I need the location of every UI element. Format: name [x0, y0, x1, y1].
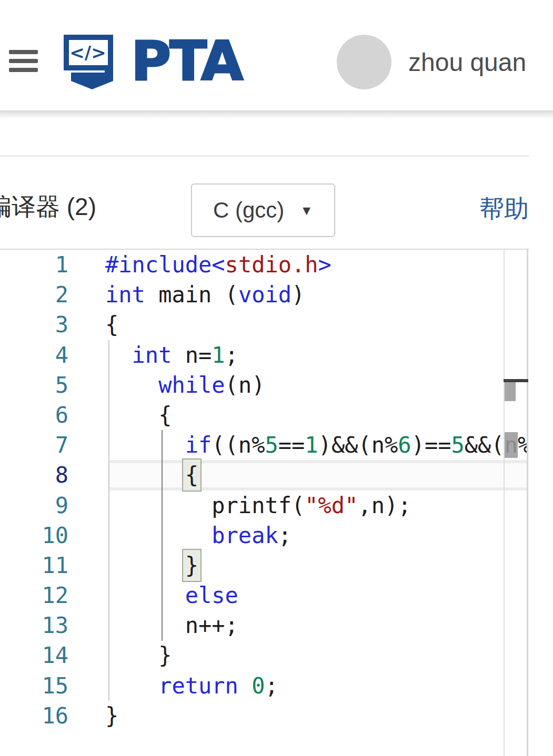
line-number: 9	[0, 491, 68, 520]
text-cursor: n	[505, 432, 518, 458]
code-token: ,n);	[358, 493, 411, 518]
code-line[interactable]: 13 n++;	[0, 610, 527, 640]
code-token: %	[518, 432, 527, 458]
code-token: 5	[265, 432, 278, 458]
scrollbar-thumb[interactable]	[505, 382, 516, 401]
code-token: int	[105, 282, 145, 308]
compiler-label: 编译器 (2)	[0, 191, 96, 223]
code-line[interactable]: 8 {	[0, 460, 527, 490]
code-line[interactable]: 10 break;	[0, 520, 527, 550]
code-token	[105, 553, 185, 578]
code-token	[105, 523, 212, 548]
code-editor[interactable]: 1#include<stdio.h>2int main (void)3{4 in…	[0, 249, 553, 756]
code-rows: 1#include<stdio.h>2int main (void)3{4 in…	[0, 250, 527, 731]
code-token: ;	[265, 673, 278, 699]
code-line[interactable]: 5 while(n)	[0, 370, 527, 400]
code-token: 1	[305, 432, 318, 458]
code-token: ((n%	[212, 432, 265, 458]
app-header: </> PTA zhou quan	[0, 0, 553, 110]
code-token: ;	[278, 523, 291, 548]
pta-logo[interactable]: </> PTA	[63, 35, 242, 89]
panel-divider	[0, 156, 529, 157]
code-token: >	[318, 252, 331, 278]
header-shadow	[0, 110, 553, 119]
avatar[interactable]	[337, 35, 391, 89]
code-token: 5	[451, 432, 465, 458]
caret-down-icon: ▼	[300, 203, 313, 218]
code-text: int main (void)	[105, 280, 305, 310]
code-token: void	[238, 282, 291, 308]
line-number: 12	[0, 580, 68, 610]
code-text: int n=1;	[105, 340, 238, 370]
line-number: 2	[0, 280, 68, 310]
logo-text: PTA	[131, 35, 242, 87]
line-number: 14	[0, 640, 68, 670]
code-token: while	[158, 372, 225, 398]
matched-bracket: }	[183, 550, 200, 581]
code-token: else	[185, 583, 238, 608]
code-token: &&(	[465, 432, 505, 458]
code-line[interactable]: 3{	[0, 310, 527, 340]
line-number: 7	[0, 430, 68, 460]
code-text: break;	[105, 520, 291, 550]
code-token: {	[105, 312, 118, 338]
code-token	[105, 342, 132, 368]
code-token: n=	[172, 342, 212, 368]
code-token: 6	[398, 432, 411, 458]
code-line[interactable]: 15 return 0;	[0, 671, 527, 701]
code-token	[105, 583, 185, 608]
code-text: while(n)	[105, 370, 265, 400]
code-token: 0	[252, 673, 265, 699]
line-number: 4	[0, 340, 68, 370]
code-token: )&&(n%	[318, 432, 398, 458]
code-token	[105, 372, 158, 398]
code-token: )==	[411, 432, 451, 458]
code-text: }	[105, 550, 198, 580]
code-line[interactable]: 6 {	[0, 400, 527, 430]
code-chat-icon: </>	[63, 35, 122, 89]
code-line[interactable]: 1#include<stdio.h>	[0, 250, 527, 280]
code-line[interactable]: 9 printf("%d",n);	[0, 491, 527, 520]
code-text: }	[105, 640, 172, 670]
code-token	[105, 432, 185, 458]
code-token: main (	[145, 282, 238, 308]
code-token: #include	[105, 252, 212, 278]
code-line[interactable]: 4 int n=1;	[0, 340, 527, 370]
menu-button[interactable]	[9, 50, 38, 72]
code-token: "%d"	[305, 493, 358, 518]
code-text: }	[105, 701, 118, 731]
scrollbar-track	[504, 249, 505, 756]
code-token: int	[132, 342, 172, 368]
code-token: )	[291, 282, 305, 308]
code-token	[105, 462, 185, 488]
code-line[interactable]: 12 else	[0, 580, 527, 610]
code-text: #include<stdio.h>	[105, 250, 331, 280]
code-token: if	[185, 432, 212, 458]
code-token: ==	[278, 432, 305, 458]
hamburger-icon	[9, 50, 38, 54]
user-menu[interactable]: zhou quan	[337, 35, 526, 89]
compiler-select[interactable]: C (gcc) ▼	[191, 183, 335, 237]
line-number: 5	[0, 370, 68, 400]
code-token: n++;	[105, 612, 238, 638]
code-token	[105, 673, 158, 699]
line-number: 3	[0, 310, 68, 340]
code-text: if((n%5==1)&&(n%6)==5&&(n%	[105, 430, 527, 460]
line-number: 8	[0, 460, 68, 490]
line-number: 15	[0, 671, 68, 701]
help-link[interactable]: 帮助	[479, 192, 529, 226]
code-line[interactable]: 14 }	[0, 640, 527, 670]
code-text: {	[105, 310, 118, 340]
code-line[interactable]: 16}	[0, 701, 527, 731]
code-line[interactable]: 11 }	[0, 550, 527, 580]
compiler-select-value: C (gcc)	[213, 198, 284, 223]
line-number: 1	[0, 250, 68, 280]
line-number: 13	[0, 610, 68, 640]
code-token	[238, 673, 252, 699]
code-token: <	[212, 252, 225, 278]
code-line[interactable]: 2int main (void)	[0, 280, 527, 310]
code-text: {	[105, 400, 172, 430]
code-line[interactable]: 7 if((n%5==1)&&(n%6)==5&&(n%	[0, 430, 527, 460]
user-name: zhou quan	[408, 48, 526, 77]
code-token: printf(	[105, 493, 305, 518]
